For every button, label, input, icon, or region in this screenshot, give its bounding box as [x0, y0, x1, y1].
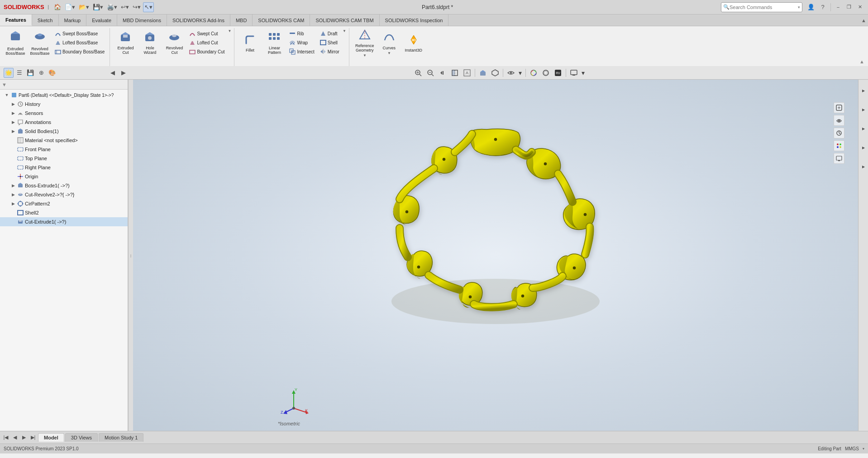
tree-cirpattern2[interactable]: ▶ CirPattern2 [0, 199, 128, 208]
tab-model[interactable]: Model [38, 433, 64, 442]
tree-solid-bodies[interactable]: ▶ Solid Bodies(1) [0, 127, 128, 136]
display-manager-button[interactable]: 🎨 [47, 68, 57, 78]
rib-button[interactable]: Rib [287, 29, 316, 38]
hide-show-dropdown[interactable]: ▾ [518, 67, 523, 78]
display-manager-dropdown[interactable]: ▾ [581, 67, 586, 78]
ribbon-collapse-right[interactable]: ▲ [859, 28, 866, 66]
help-button[interactable]: ? [818, 2, 828, 12]
instant3d-button[interactable]: 3D Instant3D [402, 29, 425, 57]
right-panel-btn-4[interactable]: ▶ [859, 138, 868, 157]
realview-button[interactable]: RV [553, 67, 563, 78]
display-style-button[interactable] [490, 67, 501, 78]
section-view-button[interactable] [449, 67, 460, 78]
right-panel-btn-5[interactable]: ▶ [859, 157, 868, 176]
tab-markup[interactable]: Markup [59, 14, 87, 26]
mirror-button[interactable]: Mirror [318, 47, 342, 56]
intersect-button[interactable]: Intersect [287, 47, 316, 56]
dynamic-annotation-button[interactable]: A [462, 67, 472, 78]
restore-button[interactable]: ❐ [844, 3, 854, 12]
vp-right-icon-5[interactable] [834, 153, 844, 164]
swept-boss-base-button[interactable]: Swept Boss/Base [52, 29, 107, 38]
revolved-cut-button[interactable]: RevolvedCut [162, 29, 186, 57]
tab-evaluate[interactable]: Evaluate [86, 14, 117, 26]
minimize-button[interactable]: − [834, 3, 843, 12]
new-button[interactable]: 📄▾ [63, 2, 76, 12]
units-dropdown-arrow[interactable]: ▾ [863, 447, 864, 451]
tree-cut-revolve2[interactable]: ▶ Cut-Revolve2->?{ ->?} [0, 190, 128, 199]
cut-dropdown-arrow[interactable]: ▼ [228, 29, 232, 35]
user-button[interactable]: 👤 [806, 2, 816, 12]
extruded-boss-base-button[interactable]: ExtrudedBoss/Base [4, 29, 27, 57]
right-panel-btn-1[interactable]: ▶ [859, 81, 868, 100]
tree-annotations[interactable]: ▶ Annotations [0, 118, 128, 127]
tree-right-plane[interactable]: Right Plane [0, 163, 128, 172]
vp-right-icon-3[interactable] [834, 128, 844, 138]
search-dropdown-icon[interactable]: ▾ [798, 5, 800, 10]
tab-cam[interactable]: SOLIDWORKS CAM [253, 14, 310, 26]
status-units[interactable]: MMGS [845, 446, 859, 451]
draft-button[interactable]: Draft [318, 29, 342, 38]
tab-sketch[interactable]: Sketch [32, 14, 59, 26]
tab-inspection[interactable]: SOLIDWORKS Inspection [380, 14, 449, 26]
tree-front-plane[interactable]: Front Plane [0, 145, 128, 154]
tree-boss-extrude1[interactable]: ▶ Boss-Extrude1( ->?) [0, 181, 128, 190]
search-bar[interactable]: 🔍 ▾ [721, 2, 802, 12]
vp-right-icon-1[interactable] [834, 102, 844, 113]
tree-root-part[interactable]: ▼ Part6 (Default) <<Default>_Display Sta… [0, 91, 128, 100]
appearance-button[interactable] [528, 67, 539, 78]
tab-nav-prev[interactable]: ◀ [11, 434, 19, 442]
lofted-cut-button[interactable]: Lofted Cut [187, 38, 227, 47]
feature-tree-button[interactable]: 🌟 [4, 68, 14, 78]
save-button[interactable]: 💾▾ [91, 2, 105, 12]
display-manager-vp-button[interactable] [568, 67, 579, 78]
zoom-window-button[interactable] [425, 67, 436, 78]
view-orientation-button[interactable] [477, 67, 488, 78]
ribbon-collapse-button[interactable]: ▲ [861, 14, 868, 26]
close-button[interactable]: ✕ [855, 3, 864, 12]
select-button[interactable]: ↖▾ [143, 2, 154, 12]
3d-viewport[interactable]: Y X Z *Isometric [133, 80, 858, 431]
tab-addins[interactable]: SOLIDWORKS Add-Ins [167, 14, 230, 26]
scene-button[interactable] [540, 67, 551, 78]
tree-shell2[interactable]: Shell2 [0, 208, 128, 217]
boundary-cut-button[interactable]: Boundary Cut [187, 47, 227, 56]
tree-history[interactable]: ▶ History [0, 100, 128, 109]
tab-cam-tbm[interactable]: SOLIDWORKS CAM TBM [310, 14, 379, 26]
tree-material[interactable]: Material <not specified> [0, 136, 128, 145]
vp-right-icon-2[interactable] [834, 115, 844, 126]
tab-nav-next[interactable]: ▶ [20, 434, 28, 442]
tab-motion-study-1[interactable]: Motion Study 1 [99, 433, 143, 442]
tab-nav-first[interactable]: |◀ [2, 434, 10, 442]
sidebar-expand-button[interactable]: ◀ [108, 68, 118, 78]
wrap-button[interactable]: Wrap [287, 38, 316, 47]
fillet-button[interactable]: Fillet [238, 29, 262, 57]
tab-nav-last[interactable]: ▶| [29, 434, 37, 442]
features-dropdown-arrow[interactable]: ▼ [343, 29, 346, 35]
home-button[interactable]: 🏠 [52, 2, 62, 12]
search-input[interactable] [730, 5, 798, 10]
redo-button[interactable]: ↪▾ [131, 2, 142, 12]
tab-mbd-dimensions[interactable]: MBD Dimensions [117, 14, 167, 26]
revolved-boss-base-button[interactable]: RevolvedBoss/Base [28, 29, 52, 57]
extruded-cut-button[interactable]: ExtrudedCut [114, 29, 137, 57]
property-manager-button[interactable]: ☰ [14, 68, 24, 78]
right-panel-btn-2[interactable]: ▶ [859, 100, 868, 119]
tree-origin[interactable]: Origin [0, 172, 128, 181]
shell-button[interactable]: Shell [318, 38, 342, 47]
tree-cut-extrude1[interactable]: Cut-Extrude1( ->?) [0, 217, 128, 226]
previous-view-button[interactable] [437, 67, 448, 78]
sidebar-nav-button[interactable]: ▶ [119, 68, 129, 78]
tab-features[interactable]: Features [0, 14, 32, 26]
tab-mbd[interactable]: MBD [230, 14, 253, 26]
tree-sensors[interactable]: ▶ Sensors [0, 109, 128, 118]
undo-button[interactable]: ↩▾ [119, 2, 130, 12]
reference-geometry-button[interactable]: ReferenceGeometry ▼ [353, 29, 377, 57]
tree-top-plane[interactable]: Top Plane [0, 154, 128, 163]
config-manager-button[interactable]: 💾 [25, 68, 35, 78]
zoom-to-fit-button[interactable] [413, 67, 424, 78]
open-button[interactable]: 📂▾ [77, 2, 91, 12]
linear-pattern-button[interactable]: Linear Pattern [262, 29, 286, 57]
boundary-boss-base-button[interactable]: Boundary Boss/Base [52, 47, 107, 56]
vp-right-icon-4[interactable] [834, 140, 844, 151]
swept-cut-button[interactable]: Swept Cut [187, 29, 227, 38]
